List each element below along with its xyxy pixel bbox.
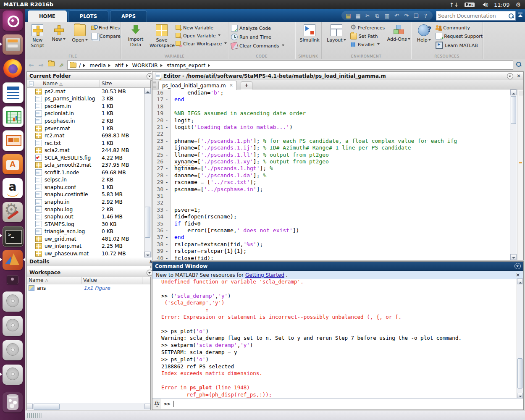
matlab-icon[interactable] (3, 250, 23, 270)
undo-icon[interactable]: ↶ (393, 12, 400, 19)
new-variable-button[interactable]: New Variable (176, 25, 227, 31)
file-row[interactable]: scla_smooth2.mat237.95 MB (27, 162, 144, 169)
import-data-button[interactable]: Import Data (123, 24, 148, 47)
compare-button[interactable]: Compare (91, 33, 121, 39)
breadcrumb-segment[interactable]: atif (115, 62, 123, 68)
file-row[interactable]: psver.mat1 KB (27, 125, 144, 132)
workspace-row-ans[interactable]: ans 1x1 Figure (27, 284, 150, 292)
file-row[interactable]: scnfilt.1.node69.68 MB (27, 169, 144, 176)
file-row[interactable]: snaphu.costinfile5.83 MB (27, 191, 144, 199)
file-icon-column-header[interactable] (27, 80, 41, 87)
file-row[interactable]: snaphu.conf1 KB (27, 184, 144, 191)
clock[interactable]: 11:09 (494, 2, 509, 8)
help-button[interactable]: Help (414, 24, 434, 43)
ubuntu-software-icon[interactable] (3, 154, 23, 174)
banner-close-icon[interactable]: ✕ (516, 272, 520, 278)
file-row[interactable]: scla2.mat244.82 MB (27, 147, 144, 154)
file-row[interactable]: psclonlat.in1 KB (27, 110, 144, 118)
file-row[interactable]: uw_phaseuw.mat10.72 MB (27, 250, 144, 257)
file-list[interactable]: ps2.mat30.53 MBps_parms_initial.log3 KBp… (27, 88, 144, 257)
analyze-code-button[interactable]: Analyze Code (231, 25, 284, 32)
search-documentation-input[interactable] (436, 13, 508, 19)
network-arrows-icon[interactable]: ↑↓ (449, 2, 459, 8)
toolstrip-tab-plots[interactable]: PLOTS (68, 10, 108, 22)
warning-marker[interactable] (519, 162, 522, 163)
libreoffice-impress-icon[interactable] (3, 130, 24, 151)
set-path-button[interactable]: Set Path (350, 33, 385, 39)
toolstrip-tab-home[interactable]: HOME (28, 10, 67, 22)
editor-close-icon[interactable]: ✕ (517, 73, 521, 79)
size-column-header[interactable]: Size (100, 80, 150, 87)
file-row[interactable]: snaphu.out1.46 MB (27, 213, 144, 220)
files-icon[interactable] (3, 34, 23, 55)
workspace-hscrollbar[interactable] (27, 403, 150, 410)
paste-icon[interactable]: ▥ (383, 12, 391, 19)
help-icon[interactable]: ? (422, 12, 429, 19)
file-row[interactable]: snaphu.log2 KB (27, 206, 144, 213)
file-row[interactable]: uw_grid.mat481.02 MB (27, 235, 144, 243)
copy-icon[interactable]: ⧉ (374, 12, 381, 19)
disk-drive-2-icon[interactable] (3, 316, 23, 336)
request-support-button[interactable]: Request Support (436, 33, 483, 39)
new-button[interactable]: New (49, 24, 68, 42)
statusbar-grip[interactable] (27, 413, 42, 418)
editor-annotation-bar[interactable] (517, 89, 523, 260)
new-script-button[interactable]: New Script (28, 24, 47, 48)
ws-value-column-header[interactable]: Value (81, 277, 142, 284)
preferences-button[interactable]: Preferences (350, 25, 385, 31)
file-row[interactable]: rc2.mat698.83 MB (27, 132, 144, 139)
clear-workspace-button[interactable]: Clear Workspace (176, 41, 227, 47)
command-window-scrollbar[interactable] (517, 278, 523, 399)
layout-button[interactable]: Layout (324, 24, 349, 43)
community-button[interactable]: Community (436, 25, 483, 31)
libreoffice-writer-icon[interactable] (3, 82, 24, 103)
find-files-button[interactable]: Find Files (91, 25, 121, 31)
editor-menu-icon[interactable] (507, 73, 513, 79)
file-list-scrollbar[interactable] (144, 88, 151, 257)
breadcrumb-segment[interactable]: stamps_export (167, 62, 205, 68)
file-row[interactable]: pscdem.in1 KB (27, 102, 144, 110)
ws-name-column-header[interactable]: Name △ (27, 277, 81, 284)
toolstrip-tab-apps[interactable]: APPS (110, 10, 147, 22)
trash-icon[interactable] (3, 392, 23, 412)
forward-icon[interactable]: ⇨ (37, 61, 45, 69)
command-window-menu-icon[interactable] (514, 263, 521, 269)
getting-started-link[interactable]: Getting Started (245, 272, 284, 278)
cut-icon[interactable]: ✂ (364, 12, 371, 19)
clear-commands-button[interactable]: Clear Commands (231, 42, 284, 49)
system-settings-icon[interactable] (3, 202, 23, 222)
file-row[interactable]: snaphu.in2.92 MB (27, 198, 144, 206)
session-gear-icon[interactable]: ⚙ (515, 1, 521, 8)
keyboard-layout-indicator[interactable]: En₂ (465, 3, 475, 7)
addressbar-search-icon[interactable] (515, 61, 523, 69)
file-row[interactable]: uw_interp.mat2.25 MB (27, 243, 144, 250)
file-row[interactable]: selpsc.in2 KB (27, 176, 144, 184)
file-row[interactable]: rsc.txt1 KB (27, 139, 144, 147)
camera-app-icon[interactable] (7, 275, 18, 284)
search-icon[interactable] (508, 13, 514, 19)
save-workspace-button[interactable]: Save Workspace (150, 24, 174, 48)
amazon-icon[interactable] (3, 178, 23, 198)
back-icon[interactable]: ⇦ (27, 61, 35, 69)
firefox-icon[interactable] (3, 58, 23, 79)
new-script-icon[interactable]: ▤ (345, 12, 352, 19)
volume-icon[interactable]: )) (480, 3, 488, 7)
collapse-ribbon-icon[interactable] (517, 13, 523, 18)
terminal-icon[interactable] (3, 226, 24, 247)
add-ons-button[interactable]: Add-Ons (386, 24, 411, 42)
new-tab-button[interactable]: + (241, 81, 252, 89)
breadcrumb-segment[interactable]: WORKDIR (132, 62, 158, 68)
file-row[interactable]: ps2.mat30.53 MB (27, 88, 144, 95)
browse-folder-icon[interactable]: ⇗ (57, 61, 66, 69)
open-variable-button[interactable]: Open Variable (176, 33, 227, 39)
save-icon[interactable]: ▦ (354, 12, 362, 19)
command-prompt-row[interactable]: fx >> (152, 398, 523, 409)
search-documentation-box[interactable] (436, 11, 516, 21)
libreoffice-calc-icon[interactable] (3, 106, 24, 127)
code-area[interactable]: 16- endian='b';17-end1819%NB IFGS assume… (152, 89, 510, 260)
editor-tab-grip[interactable] (153, 81, 156, 89)
disk-drive-4-icon[interactable] (3, 365, 23, 385)
editor-scrollbar[interactable] (510, 89, 517, 260)
file-row[interactable]: STAMPS.log30 KB (27, 220, 144, 228)
dash-home-icon[interactable] (3, 10, 23, 31)
